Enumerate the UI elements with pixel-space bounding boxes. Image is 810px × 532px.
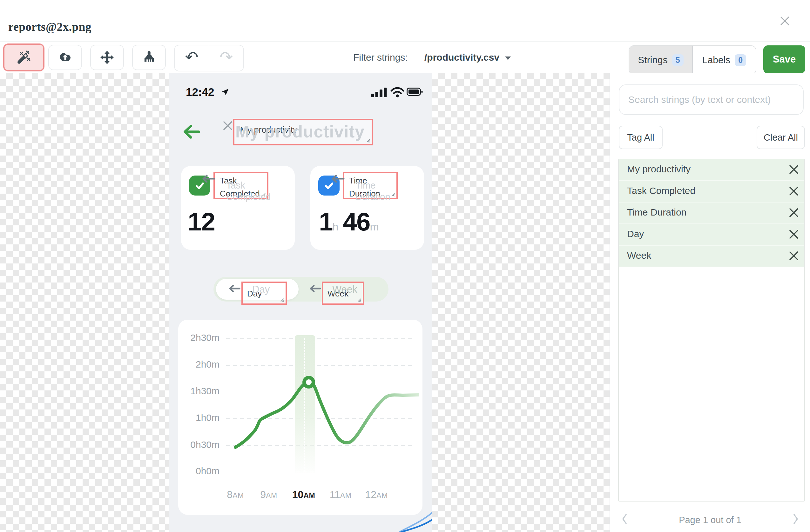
upload-button[interactable] (48, 45, 82, 70)
connector-arrow-left-icon (330, 173, 345, 184)
page-title: reports@2x.png (8, 20, 92, 34)
string-row-label: My productivity (627, 164, 691, 174)
move-tool-button[interactable] (90, 45, 124, 70)
strings-count-badge: 5 (672, 54, 684, 66)
undo-button[interactable]: ↶ (175, 45, 209, 71)
string-row-label: Week (627, 250, 651, 261)
next-page-button[interactable] (789, 511, 803, 528)
annotation-box-title[interactable]: My productivity (233, 119, 373, 145)
resize-handle-icon[interactable] (279, 297, 284, 302)
remove-string-button[interactable] (788, 229, 800, 240)
y-tick: 0h0m (186, 466, 220, 477)
string-row[interactable]: Task Completed (619, 181, 804, 202)
wifi-icon (390, 87, 405, 97)
annotation-box-week[interactable]: Week (322, 282, 364, 305)
annotation-task-line1: Task (215, 173, 267, 186)
chevron-right-icon (793, 514, 799, 525)
close-icon (789, 164, 799, 175)
annotation-box-task-completed[interactable]: Task Completed (213, 172, 269, 199)
topbar: reports@2x.png (0, 0, 810, 41)
annotation-time-line1: Time (344, 173, 396, 186)
resize-handle-icon[interactable] (261, 192, 266, 197)
save-button[interactable]: Save (763, 45, 805, 73)
redo-button[interactable]: ↷ (209, 45, 243, 71)
string-row[interactable]: Week (619, 246, 804, 267)
annotation-box-time-duration[interactable]: Time Duration (343, 172, 398, 199)
redo-icon: ↷ (220, 49, 233, 65)
resize-handle-icon[interactable] (390, 192, 395, 197)
cloud-upload-icon (58, 50, 72, 65)
close-icon (779, 15, 791, 27)
x-label-8am: 8AM (218, 489, 253, 501)
connector-arrow-left-icon (309, 284, 322, 293)
annotation-time-line2: Duration (344, 186, 396, 199)
close-icon (789, 186, 799, 197)
annotation-box-day[interactable]: Day (241, 282, 287, 305)
minutes-unit: m (370, 216, 379, 238)
back-arrow-icon (182, 124, 201, 140)
y-tick: 2h30m (186, 332, 220, 343)
string-row-label: Time Duration (627, 207, 686, 218)
close-icon (789, 207, 799, 218)
x-label-12am: 12AM (359, 489, 394, 501)
string-row[interactable]: Day (619, 224, 804, 246)
undo-icon: ↶ (185, 49, 198, 65)
annotation-task-line2: Completed (215, 186, 267, 199)
annotation-title-label: My productivity (234, 120, 372, 135)
minutes-value: 46 (343, 211, 370, 233)
editor-canvas[interactable]: 12:42 My (0, 73, 610, 532)
tag-all-button[interactable]: Tag All (619, 126, 663, 149)
brush-tool-button[interactable] (132, 45, 166, 70)
filter-strings-label: Filter strings: (353, 41, 408, 73)
remove-string-button[interactable] (788, 185, 800, 197)
phone-screenshot: 12:42 My (169, 73, 432, 532)
time-duration-line (222, 330, 419, 480)
status-time: 12:42 (186, 86, 214, 98)
x-label-9am: 9AM (251, 489, 286, 501)
clear-all-button[interactable]: Clear All (757, 126, 805, 149)
location-arrow-icon (221, 88, 229, 96)
remove-string-button[interactable] (788, 207, 800, 219)
toolbar: ↶ ↷ Filter strings: /productivity.csv St… (0, 41, 810, 73)
filter-file-dropdown[interactable]: /productivity.csv (422, 41, 513, 73)
tab-labels[interactable]: Labels 0 (693, 46, 756, 74)
string-row[interactable]: Time Duration (619, 202, 804, 224)
y-tick: 1h0m (186, 412, 220, 423)
search-input[interactable] (619, 84, 804, 115)
remove-tag-icon[interactable] (223, 121, 233, 131)
connector-arrow-left-icon (228, 284, 241, 293)
time-duration-value: 1h46m (319, 211, 379, 238)
tab-labels-label: Labels (702, 55, 730, 65)
tab-strings[interactable]: Strings 5 (629, 46, 693, 74)
signal-icon (371, 87, 388, 97)
string-row[interactable]: My productivity (619, 159, 804, 181)
connector-arrow-left-icon (201, 173, 216, 184)
x-label-11am: 11AM (323, 489, 358, 501)
history-group: ↶ ↷ (174, 45, 244, 71)
string-row-label: Day (627, 229, 644, 239)
remove-string-button[interactable] (788, 164, 800, 176)
battery-icon (407, 87, 423, 96)
tab-strings-label: Strings (638, 55, 667, 65)
hours-value: 1 (319, 211, 333, 233)
chevron-down-icon (505, 56, 511, 60)
remove-string-button[interactable] (788, 250, 800, 262)
strings-sidebar: Tag All Clear All My productivity Task C… (610, 73, 810, 532)
resize-handle-icon[interactable] (356, 297, 361, 302)
close-icon (789, 250, 799, 261)
magic-wand-icon (17, 50, 31, 65)
labels-count-badge: 0 (735, 54, 746, 66)
close-button[interactable] (776, 13, 793, 30)
next-chart-curve (388, 510, 432, 532)
pagination-label: Page 1 out of 1 (610, 515, 810, 525)
screenshot-editor-window: reports@2x.png (0, 0, 810, 532)
y-tick: 1h30m (186, 386, 220, 397)
strings-list: My productivity Task Completed Time Dura… (618, 159, 805, 501)
close-icon (789, 229, 799, 240)
brush-icon (142, 50, 156, 65)
resize-handle-icon[interactable] (365, 138, 370, 143)
magic-wand-tool-button[interactable] (3, 44, 45, 71)
y-tick: 0h30m (186, 439, 220, 450)
tasks-completed-value: 12 (188, 211, 215, 233)
productivity-chart: 2h30m 2h0m 1h30m 1h0m 0h30m 0h0m (178, 320, 422, 515)
